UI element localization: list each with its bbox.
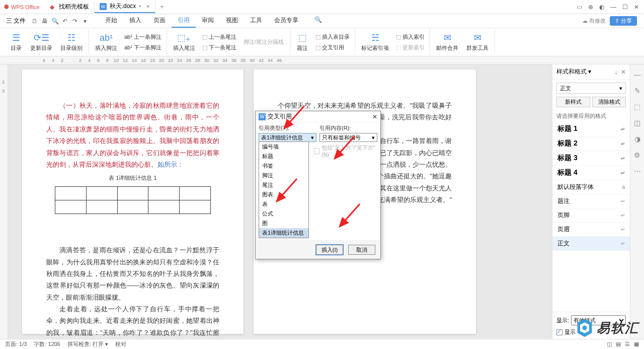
dropdown-option[interactable]: 公式 <box>259 209 308 219</box>
dialog-close-icon[interactable]: ✕ <box>372 113 377 120</box>
share-button[interactable]: ⇪ 分享 <box>610 16 637 26</box>
style-item[interactable]: 默认段落字体a <box>552 180 630 194</box>
ref-content-combo[interactable]: 只有标签和编号 ▾ <box>319 133 377 142</box>
close-panel-icon[interactable]: ✕ <box>621 68 626 76</box>
style-item[interactable]: 标题 4↵ <box>552 166 630 180</box>
dropdown-option[interactable]: 尾注 <box>259 180 308 190</box>
gear-icon[interactable]: ⚙ <box>634 151 640 159</box>
print-icon[interactable]: 🖶 <box>41 17 49 25</box>
update-index-button[interactable]: ⬚ 更新索引 <box>394 43 427 52</box>
globe-icon[interactable]: ⊕ <box>588 4 593 11</box>
clear-format-button[interactable]: 清除格式 <box>592 97 626 107</box>
style-item[interactable]: 页眉↵ <box>552 223 630 237</box>
word-count[interactable]: 字数: 1206 <box>34 340 60 348</box>
style-item[interactable]: 页脚↵ <box>552 208 630 223</box>
style-item[interactable]: 标题 3↵ <box>552 151 630 166</box>
tab-view[interactable]: 视图 <box>220 14 244 28</box>
maximize-icon[interactable]: ☐ <box>622 4 628 11</box>
dropdown-option[interactable]: 表1详细统计信息 <box>259 228 308 238</box>
data-table[interactable] <box>55 186 211 214</box>
mail-merge-button[interactable]: ✉邮件合并 <box>433 29 461 55</box>
select-icon[interactable]: ⬚ <box>634 103 640 111</box>
eraser-icon[interactable]: ◫ <box>634 119 640 127</box>
view-mode-icon[interactable]: ◫ <box>607 341 612 347</box>
dropdown-icon[interactable]: ▾ <box>81 17 89 25</box>
show-label: 显示: <box>556 317 569 324</box>
endnote-icon: ⬚₊ <box>178 32 190 43</box>
palette-icon[interactable]: ◑ <box>634 135 640 143</box>
style-item[interactable]: 标题 2↵ <box>552 136 630 151</box>
outline-icon[interactable]: ☰ <box>625 341 630 347</box>
dropdown-option[interactable]: 编号项 <box>259 142 308 152</box>
undo-icon[interactable]: ↶ <box>61 17 69 25</box>
update-toc-button[interactable]: ⟳☰更新目录 <box>27 29 55 55</box>
style-item[interactable]: 题注↵ <box>552 194 630 208</box>
prev-footnote-button[interactable]: ab¹ 上一条脚注 <box>122 32 164 42</box>
insert-endnote-button[interactable]: ⬚₊插入尾注 <box>170 29 198 55</box>
new-style-button[interactable]: 新样式 <box>556 97 590 107</box>
tab-reference[interactable]: 引用 <box>172 14 196 28</box>
close-icon[interactable]: × <box>146 3 150 10</box>
tab-vip[interactable]: 会员专享 <box>268 14 304 28</box>
insert-index-button[interactable]: ⬚ 插入索引 <box>394 32 427 42</box>
cross-ref-link[interactable]: 如所示： <box>157 161 184 168</box>
pin-icon[interactable]: ⟂ <box>614 68 618 76</box>
insert-button[interactable]: 插入(I) <box>316 245 343 255</box>
proof-status[interactable]: 校对 <box>115 340 126 348</box>
redo-icon[interactable]: ↷ <box>71 17 79 25</box>
mark-index-button[interactable]: ☵标记索引项 <box>358 29 392 55</box>
style-item[interactable]: 正文↵ <box>552 237 630 251</box>
reading-icon[interactable]: ▤ <box>616 341 621 347</box>
cancel-button[interactable]: 取消 <box>348 245 375 255</box>
file-menu[interactable]: 三 文件 <box>3 16 29 26</box>
insert-table-toc-button[interactable]: ⬚ 插入表目录 <box>313 32 352 42</box>
tab-start[interactable]: 开始 <box>99 14 123 28</box>
next-endnote-button[interactable]: ⬚ 下一条尾注 <box>200 43 238 52</box>
preview-icon[interactable]: 🔍 <box>51 17 59 25</box>
toc-level-button[interactable]: ☷目录级别 <box>57 29 86 55</box>
dropdown-option[interactable]: 图 <box>259 219 308 228</box>
mass-send-button[interactable]: ✉群发工具 <box>463 29 492 55</box>
tab-tools[interactable]: 工具 <box>244 14 268 28</box>
tab-insert[interactable]: 插入 <box>123 14 147 28</box>
show-style-checkbox[interactable] <box>556 329 562 335</box>
save-icon[interactable]: 🗋 <box>31 17 39 25</box>
collapse-icon[interactable]: — <box>634 71 641 79</box>
window-icon[interactable]: ▭ <box>577 4 582 11</box>
next-footnote-button[interactable]: ab¹ 下一条脚注 <box>122 43 164 52</box>
avatar-icon[interactable]: ◐ <box>599 4 604 11</box>
dropdown-icon: ▾ <box>311 134 314 141</box>
dropdown-option[interactable]: 脚注 <box>259 171 308 180</box>
minimize-icon[interactable]: — <box>610 4 616 11</box>
vertical-ruler[interactable]: 2 3 <box>0 64 8 339</box>
cloud-status[interactable]: ☁ 有修改 <box>582 17 606 25</box>
page-indicator[interactable]: 页面: 1/3 <box>5 340 27 348</box>
dropdown-option[interactable]: 表 <box>259 199 308 209</box>
separator-button[interactable]: 脚注/尾注分隔线 <box>240 29 287 55</box>
spell-check-status[interactable]: 拼写检查: 打开 ▾ <box>67 340 108 348</box>
tab-template[interactable]: ◆ 找稻壳模板 <box>44 1 95 13</box>
toc-button[interactable]: ☰目录 <box>7 29 25 55</box>
include-checkbox[interactable] <box>314 148 319 154</box>
ref-type-combo[interactable]: 表1详细统计信息 ▾ <box>259 133 316 142</box>
tab-review[interactable]: 审阅 <box>196 14 220 28</box>
caption-button[interactable]: ⬚题注 <box>293 29 311 55</box>
current-style-select[interactable]: 正文 ▾ <box>556 83 626 94</box>
dropdown-option[interactable]: 书签 <box>259 161 308 171</box>
horizontal-ruler[interactable]: 642 2468 10121416 18202224 26283032 3436… <box>0 56 644 64</box>
insert-footnote-button[interactable]: ab¹插入脚注 <box>92 29 120 55</box>
cross-reference-button[interactable]: ⬚ 交叉引用 <box>313 43 352 52</box>
prev-endnote-button[interactable]: ⬚ 上一条尾注 <box>200 32 238 42</box>
tab-document[interactable]: W 秋天.docx • × <box>95 1 155 13</box>
tab-page[interactable]: 页面 <box>147 14 172 28</box>
add-tab-button[interactable]: + <box>155 4 169 11</box>
style-item[interactable]: 标题 1↵ <box>552 122 630 136</box>
dialog-title-bar[interactable]: W 交叉引用 ✕ <box>256 111 380 122</box>
dropdown-option[interactable]: 图表 <box>259 190 308 199</box>
search-icon[interactable]: 🔍 <box>308 14 328 28</box>
more-icon[interactable]: ⋯ <box>634 167 641 175</box>
web-icon[interactable]: ▦ <box>634 341 639 347</box>
pen-icon[interactable]: ✎ <box>634 87 640 95</box>
close-window-icon[interactable]: ✕ <box>634 4 639 11</box>
dropdown-option[interactable]: 标题 <box>259 152 308 161</box>
